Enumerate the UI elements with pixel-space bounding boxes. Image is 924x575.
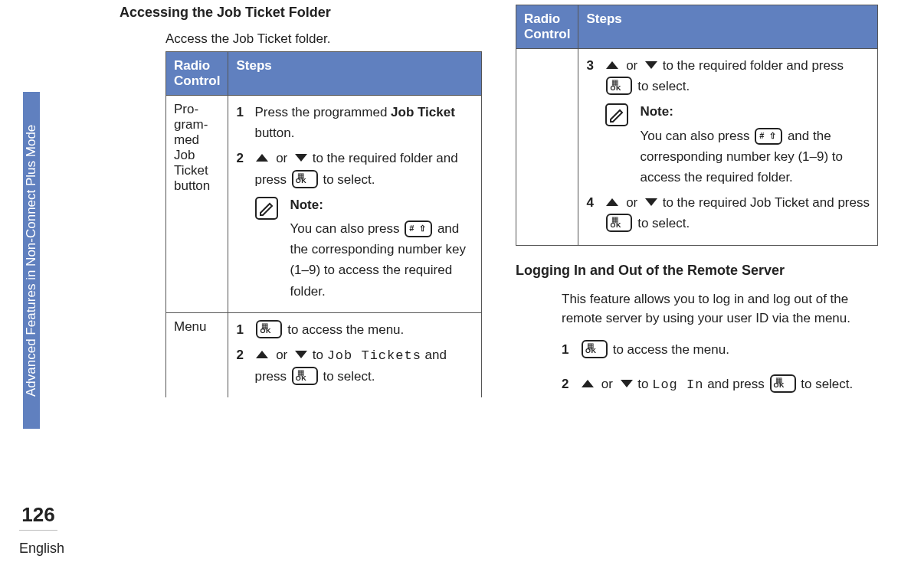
arrow-down-icon (621, 380, 633, 387)
bold-text: Job Ticket (391, 105, 455, 119)
arrow-down-icon (645, 61, 657, 69)
hash-button-icon (755, 128, 782, 145)
text: button. (254, 126, 294, 140)
ok-button-icon (770, 374, 796, 393)
th-steps: Steps (578, 5, 878, 49)
text: to (309, 348, 327, 362)
text: to the required folder and press (659, 58, 844, 73)
mono-text: Log In (652, 377, 703, 392)
procedure-table-left: Radio Control Steps Pro­gram­med Job Tic… (165, 51, 482, 397)
ok-button-icon (606, 77, 632, 95)
arrow-up-icon (606, 61, 618, 69)
text: You can also press (640, 129, 753, 143)
text: and press (703, 377, 768, 391)
text: Press the programmed (254, 105, 391, 119)
text: or (272, 348, 291, 362)
text: to access the menu. (609, 342, 729, 357)
text: or (622, 58, 641, 73)
note-label: Note: (290, 194, 473, 215)
step-2: or to Job Tickets and press to select. (236, 345, 473, 387)
th-radio-control: Radio Control (516, 5, 578, 49)
table-row: Pro­gram­med Job Ticket button Press the… (166, 96, 482, 313)
section-body-accessing: Access the Job Ticket folder. Radio Cont… (165, 31, 482, 397)
svg-rect-1 (606, 104, 627, 126)
arrow-up-icon (256, 154, 268, 162)
ok-button-icon (582, 340, 608, 358)
row-steps-menu: to access the menu. or to Job Tickets an… (228, 312, 482, 397)
arrow-up-icon (582, 380, 594, 387)
step-2: or to the required folder and press to s… (236, 148, 473, 301)
text: to (634, 377, 653, 391)
th-steps: Steps (228, 52, 482, 96)
arrow-down-icon (295, 154, 307, 162)
content-columns: Accessing the Job Ticket Folder Access t… (84, 0, 878, 575)
row-label-empty (516, 49, 578, 246)
text: to select. (319, 172, 375, 187)
intro-text: Access the Job Ticket folder. (165, 31, 482, 47)
table-row: or to the required folder and press to s… (516, 49, 878, 246)
note-block: Note: You can also press and the corresp… (254, 194, 473, 302)
mono-text: Job Tickets (327, 348, 421, 363)
text: to select. (798, 377, 854, 391)
th-radio-control: Radio Control (166, 52, 228, 96)
section-heading-logging: Logging In and Out of the Remote Server (516, 263, 878, 279)
ok-button-icon (292, 170, 318, 188)
procedure-table-right: Radio Control Steps or to the required f… (516, 5, 878, 246)
text: to select. (634, 216, 690, 230)
text: to the required Job Ticket and press (659, 195, 870, 210)
ok-button-icon (256, 320, 282, 338)
row-label-programmed: Pro­gram­med Job Ticket button (166, 96, 228, 313)
language-label: English (19, 541, 64, 557)
arrow-up-icon (606, 198, 618, 206)
arrow-down-icon (295, 351, 307, 358)
ok-button-icon (292, 367, 318, 385)
side-tab: Advanced Features in Non-Connect Plus Mo… (23, 92, 40, 429)
row-label-menu: Menu (166, 312, 228, 397)
section-body-logging: This feature allows you to log in and lo… (562, 289, 878, 395)
text: or (598, 377, 617, 391)
table-row: Menu to access the menu. or to Job Ticke… (166, 312, 482, 397)
step-2: or to Log In and press to select. (562, 374, 878, 395)
row-steps-continued: or to the required folder and press to s… (578, 49, 878, 246)
row-steps-programmed: Press the programmed Job Ticket button. … (228, 96, 482, 313)
left-column: Accessing the Job Ticket Folder Access t… (120, 5, 482, 575)
page-number: 126 (19, 503, 57, 531)
arrow-up-icon (256, 351, 268, 358)
table-header-row: Radio Control Steps (516, 5, 878, 49)
manual-page: Advanced Features in Non-Connect Plus Mo… (0, 0, 924, 575)
note-pencil-icon (254, 196, 279, 221)
text: or (622, 195, 641, 210)
right-column: Radio Control Steps or to the required f… (516, 5, 878, 575)
hash-button-icon (405, 221, 432, 237)
text: You can also press (290, 221, 403, 236)
step-1: to access the menu. (236, 319, 473, 340)
text: to select. (319, 369, 375, 384)
step-1: to access the menu. (562, 339, 878, 360)
text: to select. (634, 79, 690, 93)
step-4: or to the required Job Ticket and press … (586, 192, 870, 234)
section-heading-accessing: Accessing the Job Ticket Folder (120, 5, 482, 21)
ok-button-icon (606, 214, 632, 232)
table-header-row: Radio Control Steps (166, 52, 482, 96)
note-label: Note: (640, 101, 870, 122)
step-1: Press the programmed Job Ticket button. (236, 102, 473, 143)
note-pencil-icon (605, 103, 629, 127)
text: to access the menu. (283, 322, 404, 337)
note-block: Note: You can also press and the corresp… (605, 101, 870, 188)
intro-text-logging: This feature allows you to log in and lo… (562, 289, 878, 328)
text: or (272, 151, 291, 165)
svg-rect-0 (256, 198, 277, 219)
step-3: or to the required folder and press to s… (586, 55, 870, 188)
arrow-down-icon (645, 198, 657, 206)
